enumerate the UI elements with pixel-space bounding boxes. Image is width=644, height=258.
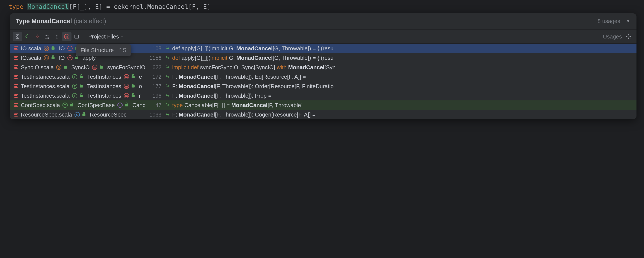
type-params: [F[_], E] <box>69 3 102 10</box>
popup-header: Type MonadCancel (cats.effect) 8 usages <box>10 13 636 14</box>
keyword-type: type <box>8 3 24 10</box>
type-name[interactable]: MonadCancel <box>27 3 69 10</box>
editor-code-line: type MonadCancel[F[_], E] = cekernel.Mon… <box>0 0 644 14</box>
rhs-qualifier: cekernel.MonadCancel <box>114 3 188 10</box>
usages-popup: Type MonadCancel (cats.effect) 8 usages … <box>10 13 636 14</box>
